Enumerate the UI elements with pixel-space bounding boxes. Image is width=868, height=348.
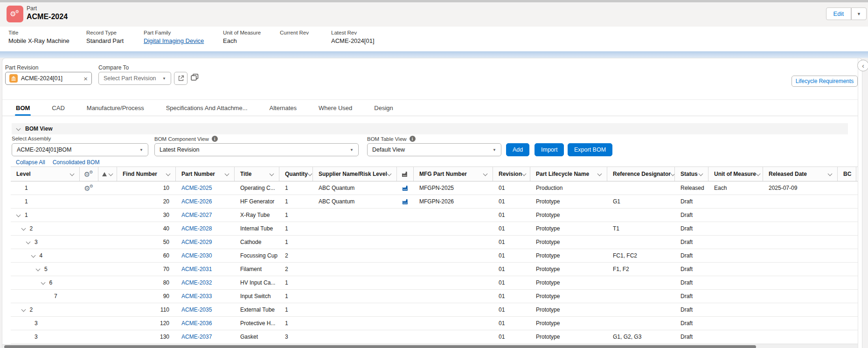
tab-where-used[interactable]: Where Used <box>319 100 352 116</box>
add-button[interactable]: Add <box>506 143 529 156</box>
cell-title: HV Input Ca... <box>235 276 279 289</box>
part-number-link[interactable]: ACME-2033 <box>181 293 212 299</box>
level-value: 1 <box>25 198 28 205</box>
tab-specifications-and-attachme[interactable]: Specifications And Attachme... <box>166 100 248 116</box>
cell-warning <box>98 303 117 316</box>
part-revision-input[interactable]: ACME-2024[01] × <box>5 72 92 85</box>
cell-title: Filament <box>235 263 279 276</box>
column-menu-chevron[interactable] <box>756 172 761 176</box>
field-value[interactable]: Digital Imaging Device <box>144 37 204 44</box>
find-number: 110 <box>160 306 169 313</box>
column-menu-chevron[interactable] <box>308 172 312 176</box>
open-in-new-window-button[interactable] <box>174 72 187 85</box>
part-number-link[interactable]: ACME-2030 <box>181 252 212 259</box>
part-number-link[interactable]: ACME-2037 <box>181 334 212 340</box>
select-assembly-dropdown[interactable]: ACME-2024[01]BOM▼ <box>12 143 148 156</box>
column-menu-chevron[interactable] <box>109 172 113 176</box>
level-value: 6 <box>49 279 53 286</box>
expand-collapse-chevron[interactable] <box>21 226 30 231</box>
cell-status: Draft <box>675 303 708 316</box>
bom-table-view-dropdown[interactable]: Default View▼ <box>367 143 501 156</box>
edit-button[interactable]: Edit <box>826 7 851 20</box>
part-number-link[interactable]: ACME-2027 <box>181 212 212 218</box>
level-value: 2 <box>30 225 33 232</box>
column-menu-chevron[interactable] <box>597 172 602 176</box>
expand-collapse-chevron[interactable] <box>16 213 25 217</box>
tab-bom[interactable]: BOM <box>16 100 30 116</box>
column-menu-chevron[interactable] <box>671 172 675 176</box>
cell-revision: 01 <box>493 263 530 276</box>
info-icon[interactable]: i <box>410 136 416 142</box>
column-label: Unit of Measure <box>714 171 756 177</box>
lifecycle-requirements-button[interactable]: Lifecycle Requirements <box>792 76 858 87</box>
consolidated-bom-link[interactable]: Consolidated BOM <box>53 159 100 166</box>
part-number-link[interactable]: ACME-2025 <box>181 185 212 191</box>
column-menu-chevron[interactable] <box>270 172 274 176</box>
column-header-rev: Revision <box>493 167 530 181</box>
column-label: Supplier Name/Risk Level <box>319 171 387 177</box>
chevron-down-icon: ▼ <box>350 148 354 152</box>
column-header-lifecycle: Part Lifecycle Name <box>530 167 607 181</box>
external-link-icon <box>178 75 184 82</box>
cell-level: 3 <box>11 236 80 249</box>
column-menu-chevron[interactable] <box>166 172 171 176</box>
expand-collapse-chevron[interactable] <box>26 240 35 244</box>
cell-level: 6 <box>11 276 80 289</box>
part-number-link[interactable]: ACME-2029 <box>181 239 212 245</box>
info-icon[interactable]: i <box>212 136 218 142</box>
cell-gear <box>80 290 98 303</box>
horizontal-scrollbar-thumb[interactable] <box>4 345 756 348</box>
part-number-link[interactable]: ACME-2032 <box>181 279 212 286</box>
cell-revision: 01 <box>493 236 530 249</box>
column-menu-chevron[interactable] <box>387 172 392 176</box>
bom-row: 240ACME-2028Internal Tube101PrototypeT1D… <box>11 222 858 236</box>
part-number-link[interactable]: ACME-2026 <box>181 198 212 205</box>
column-menu-chevron[interactable] <box>522 172 527 176</box>
record-tabs: BOMCADManufacture/ProcessSpecifications … <box>2 99 858 116</box>
tab-alternates[interactable]: Alternates <box>270 100 297 116</box>
compare-to-select[interactable]: Select Part Revision ▼ <box>98 72 171 85</box>
collapse-all-link[interactable]: Collapse All <box>16 159 45 166</box>
part-number-link[interactable]: ACME-2036 <box>181 320 212 327</box>
export-bom-button[interactable]: Export BOM <box>568 143 612 156</box>
cell-find-number: 60 <box>117 249 176 262</box>
cell-mfg-part-number <box>414 249 493 262</box>
find-number: 50 <box>163 239 169 245</box>
collapse-panel-button[interactable]: ‹ <box>857 60 868 71</box>
column-menu-chevron[interactable] <box>828 172 833 176</box>
bom-view-section-header[interactable]: BOM View <box>12 123 848 134</box>
cell-reference-designator: G1, G2, G3 <box>607 330 675 343</box>
expand-collapse-chevron[interactable] <box>21 307 30 312</box>
bom-row: 570ACME-2031Filament201PrototypeF1, F2Dr… <box>11 263 858 276</box>
column-header-gear: ⚙⚙ <box>80 167 98 181</box>
cell-released-date: 2025-07-09 <box>763 181 838 195</box>
cell-part-number: ACME-2035 <box>176 303 235 316</box>
part-number-link[interactable]: ACME-2035 <box>181 306 212 313</box>
column-menu-chevron[interactable] <box>225 172 229 176</box>
part-number-link[interactable]: ACME-2031 <box>181 266 212 272</box>
bom-row: 3120ACME-2036Protective H...101Prototype… <box>11 317 858 330</box>
bom-component-view-dropdown[interactable]: Latest Revision▼ <box>154 143 359 156</box>
compare-documents-icon[interactable] <box>191 74 199 83</box>
tab-manufacture-process[interactable]: Manufacture/Process <box>87 100 144 116</box>
tab-design[interactable]: Design <box>374 100 393 116</box>
cell-bc <box>838 249 856 262</box>
cell-released-date <box>763 222 838 235</box>
edit-dropdown-button[interactable]: ▼ <box>851 7 867 20</box>
level-value: 3 <box>35 334 38 340</box>
cell-warning <box>98 290 117 303</box>
column-menu-chevron[interactable] <box>699 172 703 176</box>
expand-collapse-chevron[interactable] <box>31 253 40 258</box>
expand-collapse-chevron[interactable] <box>36 267 44 271</box>
cell-released-date <box>763 290 838 303</box>
part-number-link[interactable]: ACME-2028 <box>181 225 212 232</box>
expand-collapse-chevron[interactable] <box>41 280 49 285</box>
column-menu-chevron[interactable] <box>483 172 488 176</box>
revision-object-icon <box>9 74 18 83</box>
import-button[interactable]: Import <box>535 143 564 156</box>
column-menu-chevron[interactable] <box>70 172 75 176</box>
cell-gear <box>80 276 98 289</box>
cell-quantity: 3 <box>279 330 313 343</box>
clear-icon[interactable]: × <box>83 75 88 83</box>
tab-cad[interactable]: CAD <box>52 100 64 116</box>
